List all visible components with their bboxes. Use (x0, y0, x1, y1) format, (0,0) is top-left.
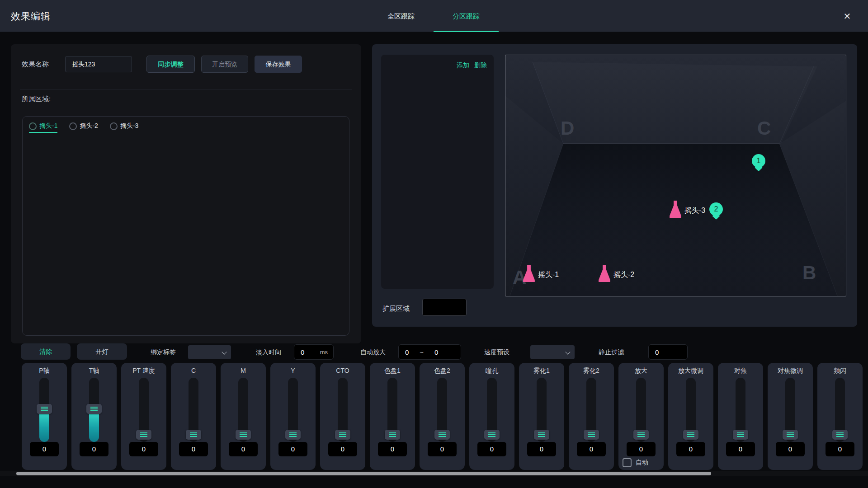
slider-track[interactable] (387, 378, 397, 442)
slider-value-input[interactable]: 0 (129, 442, 158, 456)
slider-track[interactable] (586, 378, 596, 442)
slider-track[interactable] (39, 378, 49, 442)
slider-track[interactable] (238, 378, 248, 442)
region-radio-option[interactable]: 摇头-2 (69, 122, 98, 133)
fade-in-input[interactable]: 0 ms (294, 344, 334, 360)
slider-track[interactable] (288, 378, 298, 442)
slider-handle[interactable] (335, 430, 350, 440)
slider-label: 色盘2 (420, 367, 465, 375)
slider-handle[interactable] (86, 404, 102, 414)
slider-column: 色盘1 0 自动 (370, 363, 415, 470)
slider-label: P轴 (22, 367, 67, 375)
slider-handle[interactable] (186, 430, 201, 440)
slider-track[interactable] (636, 378, 646, 442)
slider-value-input[interactable]: 0 (577, 442, 606, 456)
stage-3d-view[interactable]: D C B A 1 2 摇头-1 摇头-2 摇头-3 (505, 55, 846, 296)
slider-handle[interactable] (136, 430, 151, 440)
still-filter-label: 静止过滤 (599, 344, 624, 360)
slider-handle[interactable] (534, 430, 549, 440)
light-on-button[interactable]: 开灯 (77, 343, 127, 360)
tracking-marker-2[interactable]: 2 (709, 202, 723, 221)
clear-button[interactable]: 清除 (21, 343, 71, 360)
slider-value-input[interactable]: 0 (378, 442, 407, 456)
speed-preset-select[interactable] (530, 345, 575, 359)
light-label: 摇头-3 (684, 206, 705, 215)
slider-value-input[interactable]: 0 (776, 442, 805, 456)
light-fixture-1[interactable]: 摇头-1 (523, 265, 559, 282)
slider-value-input[interactable]: 0 (428, 442, 457, 456)
tracking-marker-1[interactable]: 1 (752, 154, 765, 173)
auto-zoom-range-input[interactable]: 0 ~ 0 (398, 344, 461, 360)
fade-in-value: 0 (301, 348, 304, 356)
slider-handle[interactable] (484, 430, 500, 440)
slider-track[interactable] (785, 378, 795, 442)
slider-value-input[interactable]: 0 (80, 442, 108, 456)
tab-full-zone-tracking[interactable]: 全区跟踪 (368, 0, 434, 32)
still-filter-input[interactable]: 0 (648, 344, 688, 360)
horizontal-scrollbar-thumb[interactable] (16, 472, 711, 475)
slider-handle[interactable] (584, 430, 599, 440)
slider-value-input[interactable]: 0 (826, 442, 854, 456)
auto-checkbox[interactable] (623, 458, 632, 467)
slider-handle[interactable] (285, 430, 301, 440)
slider-track[interactable] (338, 378, 348, 442)
sync-adjust-button[interactable]: 同步调整 (146, 56, 195, 73)
effect-editor-window: 效果编辑 全区跟踪 分区跟踪 ✕ 效果名称 摇头123 同步调整 开启预览 保存… (0, 0, 868, 488)
slider-track[interactable] (139, 378, 149, 442)
region-radio-option[interactable]: 摇头-1 (29, 122, 57, 133)
slider-handle[interactable] (385, 430, 400, 440)
stage-corner-c: C (757, 117, 771, 139)
slider-handle[interactable] (683, 430, 698, 440)
radio-icon (29, 122, 37, 130)
slider-track[interactable] (189, 378, 198, 442)
slider-value-input[interactable]: 0 (527, 442, 556, 456)
slider-value-input[interactable]: 0 (179, 442, 208, 456)
slider-column: 对焦 0 自动 (718, 363, 763, 470)
slider-column: 对焦微调 0 自动 (768, 363, 813, 470)
slider-handle[interactable] (733, 430, 748, 440)
light-fixture-3[interactable]: 摇头-3 (669, 201, 705, 218)
delete-button[interactable]: 删除 (474, 61, 487, 70)
light-fixture-2[interactable]: 摇头-2 (598, 265, 634, 282)
radio-label: 摇头-3 (120, 122, 138, 130)
window-title: 效果编辑 (11, 0, 51, 32)
slider-column: P轴 0 自动 (22, 363, 67, 470)
slider-handle[interactable] (633, 430, 649, 440)
slider-value-input[interactable]: 0 (627, 442, 656, 456)
effect-name-input[interactable]: 摇头123 (65, 56, 132, 72)
auto-checkbox-label: 自动 (636, 459, 648, 467)
slider-track[interactable] (487, 378, 497, 442)
slider-value-input[interactable]: 0 (676, 442, 705, 456)
slider-value-input[interactable]: 0 (229, 442, 258, 456)
slider-value-input[interactable]: 0 (30, 442, 59, 456)
close-icon[interactable]: ✕ (842, 11, 853, 22)
region-radio-option[interactable]: 摇头-3 (110, 122, 138, 133)
slider-handle[interactable] (37, 404, 52, 414)
slider-value-input[interactable]: 0 (328, 442, 357, 456)
slider-value-input[interactable]: 0 (278, 442, 307, 456)
slider-handle[interactable] (783, 430, 798, 440)
slider-track[interactable] (537, 378, 547, 442)
slider-fill (39, 409, 49, 442)
open-preview-button[interactable]: 开启预览 (201, 56, 248, 73)
save-effect-button[interactable]: 保存效果 (255, 56, 302, 73)
slider-track[interactable] (835, 378, 845, 442)
slider-column: 雾化2 0 自动 (569, 363, 614, 470)
slider-label: 放大 (618, 367, 664, 375)
expand-region-input[interactable] (422, 299, 467, 316)
slider-track[interactable] (437, 378, 447, 442)
slider-handle[interactable] (236, 430, 251, 440)
title-bar: 效果编辑 全区跟踪 分区跟踪 ✕ (0, 0, 868, 32)
slider-handle[interactable] (434, 430, 450, 440)
add-button[interactable]: 添加 (457, 61, 469, 70)
slider-label: 频闪 (817, 367, 863, 375)
slider-track[interactable] (736, 378, 745, 442)
slider-track[interactable] (89, 378, 99, 442)
slider-track[interactable] (686, 378, 696, 442)
slider-value-input[interactable]: 0 (477, 442, 506, 456)
divider (20, 89, 352, 89)
tab-partition-tracking[interactable]: 分区跟踪 (434, 0, 499, 32)
bind-tag-select[interactable] (188, 345, 231, 359)
slider-handle[interactable] (832, 430, 848, 440)
slider-value-input[interactable]: 0 (726, 442, 755, 456)
